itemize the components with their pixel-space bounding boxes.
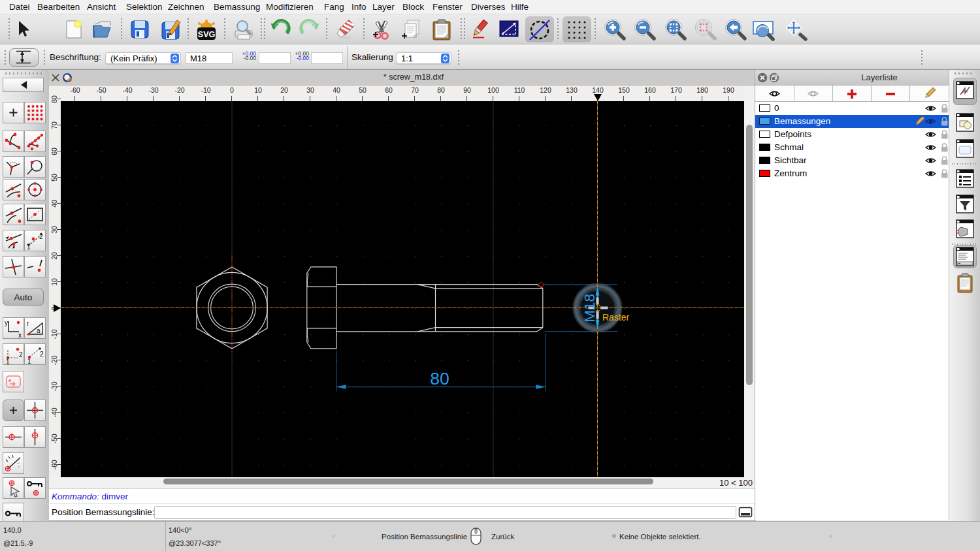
svg-text:80: 80: [430, 369, 449, 388]
svg-text:y: y: [5, 319, 8, 326]
svg-text:1: 1: [6, 358, 10, 364]
svg-text:1: 1: [27, 244, 31, 251]
svg-text:2: 2: [39, 233, 43, 240]
svg-text:2: 2: [19, 351, 23, 358]
svg-text:x: x: [18, 332, 22, 338]
svg-text:2: 2: [40, 351, 44, 358]
svg-text:SVG: SVG: [198, 30, 215, 39]
svg-text:r: r: [27, 320, 29, 327]
svg-text:Raster: Raster: [602, 312, 630, 323]
svg-text:M18: M18: [581, 294, 598, 323]
svg-text:1: 1: [27, 358, 31, 364]
svg-text:a: a: [37, 327, 41, 334]
